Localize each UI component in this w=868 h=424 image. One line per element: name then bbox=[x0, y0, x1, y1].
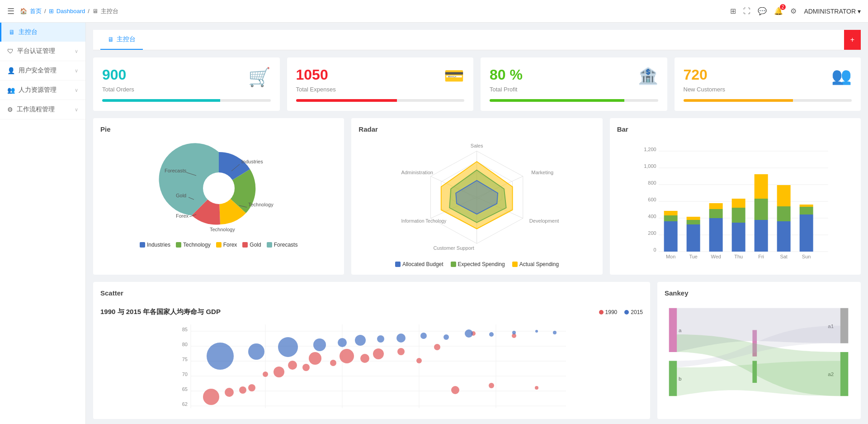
svg-text:Thu: Thu bbox=[734, 254, 743, 259]
svg-text:Development: Development bbox=[529, 218, 559, 224]
svg-text:62: 62 bbox=[182, 401, 188, 407]
legend-label-2015: 2015 bbox=[631, 309, 643, 315]
breadcrumb-home: 首页 bbox=[30, 7, 42, 15]
svg-text:800: 800 bbox=[648, 180, 656, 186]
scatter-card: Scatter 1990 与 2015 年各国家人均寿命与 GDP 1990 2… bbox=[93, 282, 650, 419]
svg-text:Sat: Sat bbox=[780, 254, 788, 259]
user-area[interactable]: ADMINISTRATOR ▾ bbox=[804, 8, 861, 15]
bar-card: Bar 0 200 400 600 800 1,000 1,200 bbox=[610, 118, 861, 275]
svg-point-94 bbox=[274, 367, 284, 377]
svg-point-103 bbox=[416, 358, 422, 363]
svg-rect-61 bbox=[754, 199, 768, 220]
tab-add-button[interactable]: + bbox=[844, 30, 861, 50]
svg-point-89 bbox=[203, 389, 219, 405]
svg-rect-56 bbox=[731, 223, 745, 252]
svg-point-122 bbox=[512, 331, 516, 334]
svg-rect-46 bbox=[664, 211, 677, 215]
top-navbar: ☰ 🏠 首页 / ⊞ Dashboard / 🖥 主控台 ⊞ ⛶ 💬 🔔 2 ⚙… bbox=[0, 0, 868, 23]
svg-rect-53 bbox=[709, 209, 722, 218]
svg-rect-44 bbox=[664, 221, 677, 252]
stat-icon-orders: 🛒 bbox=[248, 67, 271, 88]
bell-icon[interactable]: 🔔 2 bbox=[774, 7, 783, 15]
grid-icon[interactable]: ⊞ bbox=[730, 7, 736, 15]
svg-text:Forex: Forex bbox=[176, 213, 189, 219]
svg-text:Technology: Technology bbox=[210, 227, 235, 232]
svg-rect-48 bbox=[686, 224, 700, 252]
svg-point-113 bbox=[313, 338, 326, 351]
legend-dot-1990 bbox=[599, 310, 604, 314]
legend-dot-technology bbox=[176, 242, 181, 248]
sidebar-item-user[interactable]: 👤 用户安全管理 ∨ bbox=[0, 61, 85, 81]
stat-number-profit: 80 % bbox=[490, 67, 658, 83]
legend-dot-expected bbox=[451, 262, 456, 267]
svg-point-119 bbox=[443, 334, 449, 340]
scatter-legend: 1990 2015 bbox=[599, 309, 643, 315]
legend-actual: Actual Spending bbox=[512, 261, 559, 267]
user-arrow-icon: ▾ bbox=[858, 8, 861, 15]
legend-label-1990: 1990 bbox=[605, 309, 618, 315]
tab-dashboard[interactable]: 🖥 主控台 bbox=[100, 30, 143, 50]
stat-card-customers: 720 New Customers 👥 bbox=[675, 57, 861, 111]
svg-point-114 bbox=[338, 338, 347, 347]
legend-dot-2015 bbox=[624, 310, 629, 314]
sidebar-item-hr[interactable]: 👥 人力资源管理 ∨ bbox=[0, 81, 85, 100]
stat-icon-profit: 🏦 bbox=[638, 67, 658, 86]
settings-icon[interactable]: ⚙ bbox=[790, 7, 797, 15]
svg-rect-57 bbox=[731, 208, 745, 223]
stat-bar-profit bbox=[490, 99, 658, 102]
workflow-icon: ⚙ bbox=[7, 106, 13, 113]
radar-card: Radar Sales Mar bbox=[351, 118, 602, 275]
svg-rect-125 bbox=[669, 308, 677, 352]
sidebar-header-item[interactable]: 🖥 主控台 bbox=[0, 23, 85, 42]
stats-row: 900 Total Orders 🛒 1050 Total Expenses 💳… bbox=[93, 57, 861, 111]
svg-point-0 bbox=[203, 172, 235, 204]
hr-arrow-icon: ∨ bbox=[75, 87, 78, 93]
svg-text:Technology: Technology bbox=[248, 202, 274, 207]
svg-rect-129 bbox=[840, 308, 848, 343]
breadcrumb-icon2: 🖥 bbox=[92, 8, 98, 14]
stat-card-expenses: 1050 Total Expenses 💳 bbox=[287, 57, 474, 111]
legend-allocated: Allocated Budget bbox=[395, 261, 443, 267]
stat-icon-customers: 👥 bbox=[831, 67, 852, 86]
sidebar-item-platform[interactable]: 🛡 平台认证管理 ∨ bbox=[0, 42, 85, 61]
chat-icon[interactable]: 💬 bbox=[758, 7, 767, 15]
scatter-svg: 85 80 75 70 65 62 bbox=[100, 320, 643, 410]
radar-title: Radar bbox=[359, 125, 595, 133]
expand-icon[interactable]: ⛶ bbox=[743, 7, 750, 15]
workflow-arrow-icon: ∨ bbox=[75, 107, 78, 113]
svg-point-102 bbox=[397, 348, 405, 355]
svg-point-101 bbox=[373, 348, 384, 359]
legend-industries: Industries bbox=[140, 242, 170, 248]
svg-text:1,200: 1,200 bbox=[644, 147, 656, 152]
dashboard-icon: ⊞ bbox=[49, 8, 54, 14]
sidebar-workflow-label: 工作流程管理 bbox=[17, 105, 55, 114]
svg-point-99 bbox=[340, 349, 354, 363]
user-arrow-icon2: ∨ bbox=[75, 68, 78, 74]
stat-label-expenses: Total Expenses bbox=[296, 86, 465, 93]
top-nav-right: ⊞ ⛶ 💬 🔔 2 ⚙ ADMINISTRATOR ▾ bbox=[730, 7, 861, 15]
svg-text:0: 0 bbox=[653, 247, 656, 252]
sankey-title: Sankey bbox=[665, 289, 854, 297]
svg-point-92 bbox=[248, 384, 255, 391]
user-icon: 👤 bbox=[7, 67, 15, 74]
svg-text:Sun: Sun bbox=[802, 254, 811, 259]
legend-technology: Technology bbox=[176, 242, 211, 248]
svg-text:1,000: 1,000 bbox=[644, 163, 656, 169]
main-content: 🖥 主控台 + 900 Total Orders 🛒 1050 Total Ex… bbox=[86, 23, 868, 424]
legend-label-allocated: Allocated Budget bbox=[402, 261, 443, 267]
svg-point-98 bbox=[330, 360, 336, 366]
menu-icon[interactable]: ☰ bbox=[7, 6, 14, 16]
svg-point-97 bbox=[309, 352, 321, 365]
svg-rect-54 bbox=[709, 203, 722, 209]
sidebar: ⊞ Dashboard ∧ 🖥 主控台 🛡 平台认证管理 ∨ 👤 用户安全管理 … bbox=[0, 0, 86, 424]
legend-label-expected: Expected Spending bbox=[458, 261, 505, 267]
svg-point-93 bbox=[263, 372, 268, 377]
svg-point-111 bbox=[248, 343, 264, 360]
svg-text:Industries: Industries bbox=[241, 159, 263, 164]
sidebar-item-workflow[interactable]: ⚙ 工作流程管理 ∨ bbox=[0, 100, 85, 119]
legend-1990: 1990 bbox=[599, 309, 618, 315]
legend-label-forecasts: Forecasts bbox=[274, 242, 298, 248]
svg-rect-60 bbox=[754, 220, 768, 252]
svg-rect-66 bbox=[777, 185, 790, 206]
svg-point-123 bbox=[535, 330, 538, 333]
